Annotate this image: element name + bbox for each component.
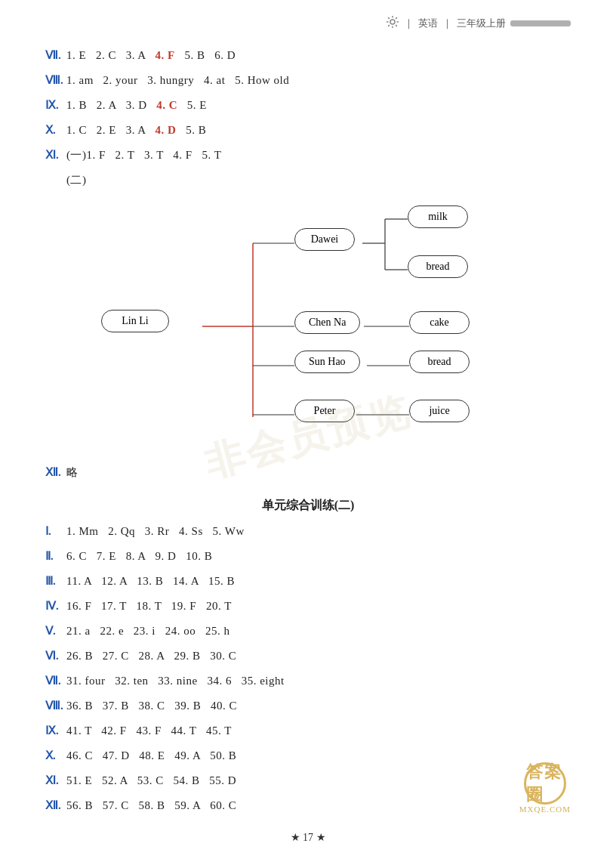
- section-xi-part1: Ⅺ. (一)1. F 2. T 3. T 4. F 5. T: [45, 145, 571, 165]
- roman-x-u2: Ⅹ.: [45, 746, 66, 766]
- star-left: ★: [291, 832, 303, 843]
- watermark-text: 答案圈: [526, 761, 564, 806]
- section-ii-u2: Ⅱ. 6. C 7. E 8. A 9. D 10. B: [45, 546, 571, 567]
- svg-line-5: [388, 17, 390, 19]
- section-xii: Ⅻ. 略: [45, 462, 571, 483]
- page-number: ★ 17 ★: [45, 831, 571, 844]
- watermark-circle: 答案圈: [524, 762, 566, 805]
- section-iii-u2: Ⅲ. 11. A 12. A 13. B 14. A 15. B: [45, 571, 571, 592]
- roman-ix: Ⅸ.: [45, 95, 66, 116]
- node-milk: milk: [408, 205, 468, 228]
- content-i-u2: 1. Mm 2. Qq 3. Rr 4. Ss 5. Ww: [66, 521, 245, 542]
- section-iv-u2: Ⅳ. 16. F 17. T 18. T 19. F 20. T: [45, 596, 571, 616]
- roman-v-u2: Ⅴ.: [45, 621, 66, 641]
- content-xi-part1: (一)1. F 2. T 3. T 4. F 5. T: [66, 145, 221, 165]
- content-xii: 略: [66, 462, 79, 483]
- watermark-site: MXQE.COM: [519, 805, 571, 814]
- watermark: 答案圈 MXQE.COM: [519, 762, 571, 814]
- diagram-section: Lin Li Dawei milk bread Chen Na cake Sun…: [91, 198, 571, 455]
- content-vii: 1. E 2. C 3. A 4. F 5. B 6. D: [66, 45, 236, 66]
- svg-line-6: [396, 25, 397, 26]
- unit-title: 单元综合训练(二): [45, 498, 571, 514]
- content-x: 1. C 2. E 3. A 4. D 5. B: [66, 120, 206, 141]
- roman-ix-u2: Ⅸ.: [45, 721, 66, 741]
- node-lin-li: Lin Li: [101, 310, 169, 332]
- roman-xi: Ⅺ.: [45, 145, 66, 165]
- section-vi-u2: Ⅵ. 26. B 27. C 28. A 29. B 30. C: [45, 646, 571, 666]
- section-ix: Ⅸ. 1. B 2. A 3. D 4. C 5. E: [45, 95, 571, 116]
- star-right: ★: [316, 832, 326, 843]
- content-vii-u2: 31. four 32. ten 33. nine 34. 6 35. eigh…: [66, 671, 285, 691]
- grade-label: 三年级上册: [457, 17, 506, 30]
- roman-ii-u2: Ⅱ.: [45, 546, 66, 567]
- header-divider2: ｜: [442, 17, 452, 30]
- content-ix: 1. B 2. A 3. D 4. C 5. E: [66, 95, 207, 116]
- content-vi-u2: 26. B 27. C 28. A 29. B 30. C: [66, 646, 236, 666]
- node-dawei: Dawei: [294, 228, 355, 251]
- header-divider: ｜: [404, 17, 414, 30]
- roman-viii: Ⅷ.: [45, 70, 66, 91]
- subject-label: 英语: [418, 17, 438, 30]
- svg-line-7: [396, 17, 397, 19]
- node-chen-na: Chen Na: [294, 311, 360, 334]
- node-sun-hao: Sun Hao: [294, 351, 360, 373]
- roman-x: Ⅹ.: [45, 120, 66, 141]
- section-vii: Ⅶ. 1. E 2. C 3. A 4. F 5. B 6. D: [45, 45, 571, 66]
- node-peter: Peter: [294, 400, 355, 422]
- content-iii-u2: 11. A 12. A 13. B 14. A 15. B: [66, 571, 235, 592]
- section-xi-part2: (二): [45, 170, 571, 190]
- section-xii-u2: Ⅻ. 56. B 57. C 58. B 59. A 60. C: [45, 795, 571, 816]
- svg-point-0: [390, 20, 395, 24]
- roman-vii-u2: Ⅶ.: [45, 671, 66, 691]
- content-xii-u2: 56. B 57. C 58. B 59. A 60. C: [66, 795, 236, 816]
- node-bread-sunhao: bread: [409, 351, 470, 373]
- header-bar: [510, 20, 571, 26]
- section-vii-u2: Ⅶ. 31. four 32. ten 33. nine 34. 6 35. e…: [45, 671, 571, 691]
- section-viii-u2: Ⅷ. 36. B 37. B 38. C 39. B 40. C: [45, 696, 571, 716]
- page-header: ｜ 英语 ｜ 三年级上册: [45, 15, 571, 32]
- roman-viii-u2: Ⅷ.: [45, 696, 66, 716]
- section-i-u2: Ⅰ. 1. Mm 2. Qq 3. Rr 4. Ss 5. Ww: [45, 521, 571, 542]
- roman-xi-blank: [45, 170, 66, 190]
- roman-xii-u2: Ⅻ.: [45, 795, 66, 816]
- roman-iv-u2: Ⅳ.: [45, 596, 66, 616]
- section-viii: Ⅷ. 1. am 2. your 3. hungry 4. at 5. How …: [45, 70, 571, 91]
- node-bread-dawei: bread: [408, 255, 468, 278]
- roman-i-u2: Ⅰ.: [45, 521, 66, 542]
- content-viii-u2: 36. B 37. B 38. C 39. B 40. C: [66, 696, 237, 716]
- roman-vii: Ⅶ.: [45, 45, 66, 66]
- section-v-u2: Ⅴ. 21. a 22. e 23. i 24. oo 25. h: [45, 621, 571, 641]
- roman-vi-u2: Ⅵ.: [45, 646, 66, 666]
- content-v-u2: 21. a 22. e 23. i 24. oo 25. h: [66, 621, 229, 641]
- content-ii-u2: 6. C 7. E 8. A 9. D 10. B: [66, 546, 212, 567]
- page-num-text: 17: [303, 832, 313, 843]
- section-x-u2: Ⅹ. 46. C 47. D 48. E 49. A 50. B: [45, 746, 571, 766]
- roman-xi-u2: Ⅺ.: [45, 771, 66, 791]
- content-viii: 1. am 2. your 3. hungry 4. at 5. How old: [66, 70, 289, 91]
- node-cake: cake: [409, 311, 470, 334]
- section-x: Ⅹ. 1. C 2. E 3. A 4. D 5. B: [45, 120, 571, 141]
- content-x-u2: 46. C 47. D 48. E 49. A 50. B: [66, 746, 236, 766]
- roman-xii: Ⅻ.: [45, 462, 66, 483]
- node-juice: juice: [409, 400, 470, 422]
- content-xi-part2: (二): [66, 170, 87, 190]
- content-iv-u2: 16. F 17. T 18. T 19. F 20. T: [66, 596, 232, 616]
- svg-line-8: [388, 25, 390, 26]
- gear-icon: [386, 15, 399, 32]
- content-xi-u2: 51. E 52. A 53. C 54. B 55. D: [66, 771, 236, 791]
- section-xi-u2: Ⅺ. 51. E 52. A 53. C 54. B 55. D: [45, 771, 571, 791]
- content-ix-u2: 41. T 42. F 43. F 44. T 45. T: [66, 721, 232, 741]
- roman-iii-u2: Ⅲ.: [45, 571, 66, 592]
- section-ix-u2: Ⅸ. 41. T 42. F 43. F 44. T 45. T: [45, 721, 571, 741]
